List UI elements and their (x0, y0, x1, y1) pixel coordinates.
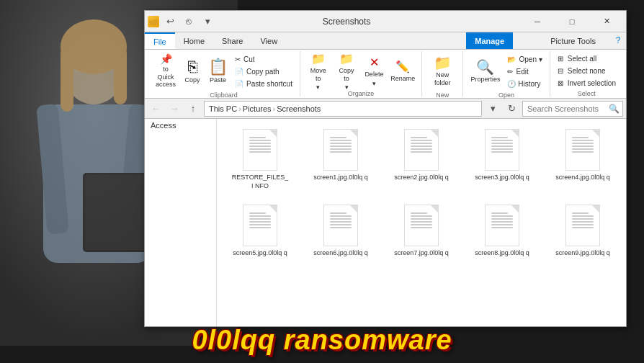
copy-to-icon: 📁 (339, 52, 354, 66)
open-btn[interactable]: 📂 Open ▾ (504, 53, 545, 65)
copy-btn[interactable]: ⎘ Copy (181, 53, 204, 90)
copy-path-icon: 📄 (235, 68, 243, 76)
rename-btn[interactable]: ✏️ Rename (388, 53, 417, 89)
file-item[interactable]: screen1.jpg.0l0lq q (303, 125, 378, 194)
select-all-btn[interactable]: ⊞ Select all (555, 53, 619, 64)
search-box[interactable]: 🔍 (522, 101, 623, 117)
new-folder-icon: 📁 (434, 55, 452, 70)
svg-rect-7 (114, 47, 127, 104)
quick-access-label: to Quick access (155, 66, 176, 89)
nav-item-access[interactable]: Access (145, 119, 216, 132)
file-name: screen5.jpg.0l0lq q (233, 249, 287, 258)
paste-label: Paste (210, 76, 226, 84)
back-btn[interactable]: ← (148, 101, 164, 117)
up-btn[interactable]: ↑ (185, 101, 201, 117)
search-input[interactable] (527, 104, 605, 113)
forward-btn[interactable]: → (166, 101, 182, 117)
history-btn[interactable]: 🕐 History (504, 78, 545, 89)
explorer-window: ↩ ⎋ ▾ Screenshots ─ □ ✕ File Home Share … (144, 10, 627, 327)
file-item[interactable]: screen8.jpg.0l0lq q (465, 200, 540, 262)
svg-rect-11 (149, 19, 153, 21)
invert-icon: ⊠ (558, 79, 563, 87)
move-dropdown-icon: ▾ (316, 84, 320, 91)
tab-file[interactable]: File (145, 32, 175, 49)
tab-picture-tools[interactable]: Picture Tools (542, 32, 604, 49)
file-item[interactable]: screen5.jpg.0l0lq q (223, 200, 298, 262)
rename-icon: ✏️ (395, 60, 410, 73)
help-btn[interactable]: ? (610, 32, 626, 48)
open-label: Open (498, 90, 514, 99)
quick-access-ribbon-btn[interactable]: 📌 to Quick access (152, 53, 179, 90)
file-icon (485, 205, 519, 246)
file-name: screen7.jpg.0l0lq q (394, 249, 449, 258)
organize-group: 📁 Move to ▾ 📁 Copy to ▾ ✕ Delete ▾ ✏️ Re… (300, 51, 422, 97)
copy-label: Copy (184, 76, 200, 84)
select-buttons: ⊞ Select all ⊟ Select none ⊠ Invert sele… (555, 53, 619, 89)
path-pictures: Pictures (243, 104, 272, 113)
file-item[interactable]: screen6.jpg.0l0lq q (303, 200, 378, 262)
paste-btn[interactable]: 📋 Paste (205, 53, 231, 90)
properties-icon: 🔍 (476, 60, 494, 74)
file-icon (404, 129, 439, 171)
file-item[interactable]: RESTORE_FILES_I NFO (223, 125, 298, 194)
file-item[interactable]: screen2.jpg.0l0lq q (384, 125, 459, 194)
file-item[interactable]: screen3.jpg.0l0lq q (465, 125, 540, 194)
file-item[interactable]: screen4.jpg.0l0lq q (545, 125, 620, 194)
refresh-btn[interactable]: ↻ (504, 101, 519, 117)
copy-to-btn[interactable]: 📁 Copy to ▾ (334, 53, 360, 89)
file-item[interactable]: screen7.jpg.0l0lq q (384, 200, 459, 262)
file-item[interactable]: screen9.jpg.0l0lq q (545, 200, 620, 262)
minimize-btn[interactable]: ─ (521, 11, 554, 32)
svg-rect-6 (61, 47, 73, 112)
file-icon (565, 205, 600, 246)
properties-btn[interactable]: 🔍 Properties (468, 53, 503, 90)
open-group: 🔍 Properties 📂 Open ▾ ✏ Edit 🕐 History (463, 51, 550, 97)
path-sep-2: › (273, 104, 276, 113)
select-btns-col: ⊞ Select all ⊟ Select none ⊠ Invert sele… (555, 53, 619, 89)
file-name: screen2.jpg.0l0lq q (394, 174, 449, 182)
invert-selection-btn[interactable]: ⊠ Invert selection (555, 77, 619, 89)
tab-manage[interactable]: Manage (466, 32, 513, 49)
new-buttons: 📁 New folder (426, 53, 459, 90)
copy-path-btn[interactable]: 📄 Copy path (232, 66, 295, 77)
move-to-btn[interactable]: 📁 Move to ▾ (305, 53, 332, 89)
close-btn[interactable]: ✕ (590, 11, 623, 32)
file-name: screen4.jpg.0l0lq q (555, 174, 610, 182)
organize-buttons: 📁 Move to ▾ 📁 Copy to ▾ ✕ Delete ▾ ✏️ Re… (305, 53, 417, 89)
ransomware-title: 0l0lqq ransomware (192, 325, 452, 355)
new-group: 📁 New folder New (422, 51, 464, 97)
maximize-btn[interactable]: □ (555, 11, 589, 32)
select-all-icon: ⊞ (558, 55, 563, 63)
file-icon (485, 129, 519, 171)
pin-icon: 📌 (160, 54, 172, 64)
svg-rect-9 (85, 175, 146, 250)
file-icon (243, 129, 277, 171)
tab-view[interactable]: View (251, 32, 286, 49)
cut-btn[interactable]: ✂ Cut (232, 53, 295, 65)
file-name: RESTORE_FILES_I NFO (231, 174, 289, 190)
tab-share[interactable]: Share (213, 32, 251, 49)
new-folder-btn[interactable]: 📁 New folder (426, 53, 459, 90)
delete-btn[interactable]: ✕ Delete ▾ (361, 53, 387, 89)
path-this-pc: This PC (209, 104, 237, 113)
files-container[interactable]: RESTORE_FILES_I NFOscreen1.jpg.0l0lq qsc… (217, 119, 626, 326)
select-group: ⊞ Select all ⊟ Select none ⊠ Invert sele… (550, 51, 623, 97)
search-icon: 🔍 (609, 104, 620, 114)
file-name: screen1.jpg.0l0lq q (313, 174, 368, 182)
file-icon (323, 205, 358, 246)
paste-shortcut-icon: 📄 (235, 80, 243, 88)
organize-label: Organize (348, 89, 375, 97)
address-path[interactable]: This PC › Pictures › Screenshots (204, 101, 482, 117)
edit-btn[interactable]: ✏ Edit (504, 66, 545, 77)
tab-home[interactable]: Home (175, 32, 213, 49)
file-icon (404, 205, 439, 246)
clipboard-group: 📌 to Quick access ⎘ Copy 📋 Paste ✂ (148, 51, 300, 97)
path-dropdown-btn[interactable]: ▾ (485, 101, 501, 117)
file-name: screen6.jpg.0l0lq q (313, 249, 368, 258)
address-bar: ← → ↑ This PC › Pictures › Screenshots ▾… (145, 99, 626, 119)
paste-icon: 📋 (208, 59, 228, 75)
paste-shortcut-btn[interactable]: 📄 Paste shortcut (232, 78, 295, 89)
clipboard-label: Clipboard (210, 90, 238, 99)
clipboard-small-btns: ✂ Cut 📄 Copy path 📄 Paste shortcut (232, 53, 295, 89)
select-none-btn[interactable]: ⊟ Select none (555, 65, 619, 76)
